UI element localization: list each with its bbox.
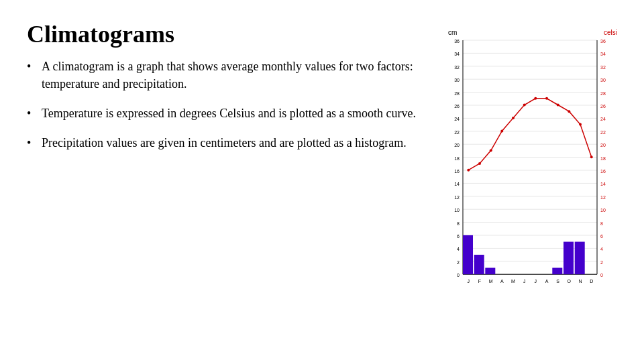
x-label-jan: J bbox=[468, 279, 470, 284]
svg-text:34: 34 bbox=[600, 52, 606, 56]
x-label-aug: A bbox=[545, 279, 549, 284]
svg-text:14: 14 bbox=[454, 182, 460, 186]
right-axis-label: celsius bbox=[604, 29, 617, 36]
svg-text:22: 22 bbox=[454, 130, 460, 135]
temp-dot-jun bbox=[523, 104, 526, 107]
temp-dot-nov bbox=[579, 123, 582, 126]
bar-mar bbox=[485, 268, 495, 275]
temp-dot-aug bbox=[545, 97, 548, 100]
temp-dot-jul bbox=[534, 97, 537, 100]
svg-text:12: 12 bbox=[454, 195, 460, 200]
svg-text:6: 6 bbox=[457, 234, 460, 239]
svg-text:2: 2 bbox=[600, 260, 603, 265]
bar-feb bbox=[474, 255, 484, 274]
x-label-jul: J bbox=[535, 279, 537, 284]
svg-text:28: 28 bbox=[454, 91, 460, 96]
bar-jan bbox=[463, 235, 473, 274]
svg-text:8: 8 bbox=[600, 221, 603, 226]
svg-text:32: 32 bbox=[600, 65, 606, 70]
svg-text:24: 24 bbox=[454, 117, 460, 121]
x-label-mar: M bbox=[489, 279, 493, 284]
svg-text:36: 36 bbox=[454, 39, 460, 44]
svg-text:20: 20 bbox=[600, 143, 606, 147]
svg-text:30: 30 bbox=[600, 78, 606, 82]
svg-text:28: 28 bbox=[600, 91, 606, 96]
svg-text:22: 22 bbox=[600, 130, 606, 135]
temp-dot-dec bbox=[590, 156, 593, 158]
x-label-nov: N bbox=[578, 279, 582, 284]
temp-dot-jan bbox=[467, 169, 470, 172]
bullet-item-2: Temperature is expressed in degrees Cels… bbox=[27, 105, 429, 122]
bar-nov bbox=[564, 242, 574, 275]
svg-text:34: 34 bbox=[454, 52, 460, 56]
x-label-may: M bbox=[511, 279, 515, 284]
bullet-list: A climatogram is a graph that shows aver… bbox=[27, 58, 429, 152]
bullet-item-1: A climatogram is a graph that shows aver… bbox=[27, 58, 429, 93]
svg-text:12: 12 bbox=[600, 195, 606, 200]
svg-text:10: 10 bbox=[454, 208, 460, 213]
x-label-oct: O bbox=[568, 279, 572, 284]
bullet-item-3: Precipitation values are given in centim… bbox=[27, 134, 429, 152]
x-label-dec: D bbox=[590, 279, 593, 284]
svg-text:24: 24 bbox=[600, 117, 606, 121]
bar-dec bbox=[575, 242, 585, 275]
svg-text:2: 2 bbox=[457, 260, 460, 265]
svg-text:16: 16 bbox=[600, 169, 606, 174]
svg-text:16: 16 bbox=[454, 169, 460, 174]
bar-oct bbox=[552, 268, 562, 275]
climatogram-chart: cm celsius bbox=[443, 27, 617, 298]
x-label-apr: A bbox=[500, 279, 504, 284]
temp-dot-sep bbox=[557, 104, 559, 107]
svg-text:4: 4 bbox=[600, 247, 603, 251]
svg-text:8: 8 bbox=[457, 221, 460, 226]
svg-text:26: 26 bbox=[600, 104, 606, 109]
svg-text:26: 26 bbox=[454, 104, 460, 109]
temp-dot-feb bbox=[478, 162, 481, 165]
chart-svg: cm celsius bbox=[443, 27, 617, 295]
content-left: Climatograms A climatogram is a graph th… bbox=[27, 20, 443, 164]
x-label-jun: J bbox=[523, 279, 526, 284]
svg-text:4: 4 bbox=[457, 247, 460, 251]
svg-text:18: 18 bbox=[454, 156, 460, 161]
temp-dot-oct bbox=[568, 110, 570, 113]
x-label-feb: F bbox=[478, 279, 481, 284]
x-label-sep: S bbox=[556, 279, 559, 284]
left-axis-label: cm bbox=[448, 29, 457, 36]
slide: Climatograms A climatogram is a graph th… bbox=[0, 0, 644, 362]
svg-text:36: 36 bbox=[600, 39, 606, 44]
svg-text:0: 0 bbox=[600, 273, 603, 278]
temp-dot-mar bbox=[490, 149, 492, 152]
slide-title: Climatograms bbox=[27, 20, 429, 48]
svg-text:30: 30 bbox=[454, 78, 460, 82]
svg-text:18: 18 bbox=[600, 156, 606, 161]
svg-text:10: 10 bbox=[600, 208, 606, 213]
temp-dot-apr bbox=[500, 129, 503, 132]
temperature-curve bbox=[468, 99, 591, 170]
svg-text:20: 20 bbox=[454, 143, 460, 147]
svg-text:6: 6 bbox=[600, 234, 603, 239]
svg-text:0: 0 bbox=[457, 273, 460, 278]
svg-text:14: 14 bbox=[600, 182, 606, 186]
svg-text:32: 32 bbox=[454, 65, 460, 70]
temp-dot-may bbox=[512, 117, 515, 119]
